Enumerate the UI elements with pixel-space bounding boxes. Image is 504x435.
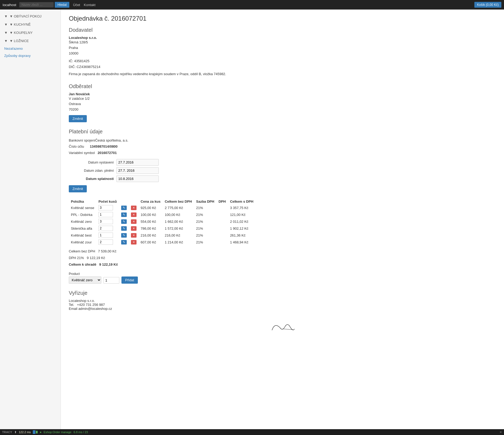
total-with-vat-value: 9 122,19 Kč xyxy=(99,262,118,266)
payment-tax-label: Datum zdan. plnění xyxy=(69,169,116,173)
sidebar: ▼ ▼ OBÝVACÍ POKOJ ▼ ▼ KUCHYNĚ ▼ ▼ KOUPEL… xyxy=(0,10,61,435)
add-product-select[interactable]: Květináč zeroKvětináč sensePPL - Dobírka… xyxy=(69,277,101,284)
item-delete-cell[interactable]: ✕ xyxy=(129,225,139,232)
tracy-close-button[interactable]: ✕ xyxy=(500,431,502,434)
table-row: Sklenička alfa ✎ ✕ 786,00 Kč 1 572,00 Kč… xyxy=(69,225,256,232)
item-vat-rate: 21% xyxy=(194,218,216,225)
bar-blue xyxy=(33,430,35,434)
sidebar-item-loznice[interactable]: ▼ ▼ LOŽNICE xyxy=(0,37,61,45)
col-without-vat: Celkem bez DPH xyxy=(163,199,194,204)
item-edit-cell[interactable]: ✎ xyxy=(119,218,129,225)
sidebar-item-koupelny[interactable]: ▼ ▼ KOUPELNY xyxy=(0,29,61,37)
nav-contact-link[interactable]: Kontakt xyxy=(84,3,96,7)
payment-issued-input[interactable] xyxy=(116,159,159,166)
payment-tax-input[interactable] xyxy=(116,167,159,174)
item-qty[interactable] xyxy=(96,211,119,218)
item-delete-cell[interactable]: ✕ xyxy=(129,204,139,211)
item-delete-button[interactable]: ✕ xyxy=(131,212,137,217)
total-without-vat-label: Celkem bez DPH xyxy=(69,249,95,253)
item-without-vat: 1 214,00 Kč xyxy=(163,239,194,246)
item-delete-cell[interactable]: ✕ xyxy=(129,211,139,218)
item-without-vat: 216,00 Kč xyxy=(163,232,194,239)
bar-green xyxy=(36,431,38,433)
payment-change-wrap: Změnit xyxy=(69,185,496,192)
item-without-vat: 100,00 Kč xyxy=(163,211,194,218)
col-delete xyxy=(129,199,139,204)
item-delete-button[interactable]: ✕ xyxy=(131,206,137,210)
item-qty[interactable] xyxy=(96,239,119,246)
add-qty-input[interactable] xyxy=(103,277,119,284)
payment-issued-label: Datum vystavení xyxy=(69,160,116,164)
item-delete-cell[interactable]: ✕ xyxy=(129,239,139,246)
payment-change-button[interactable]: Změnit xyxy=(69,185,87,192)
item-unit-price: 554,00 Kč xyxy=(139,218,163,225)
table-row: Květináč best ✎ ✕ 216,00 Kč 216,00 Kč 21… xyxy=(69,232,256,239)
item-edit-cell[interactable]: ✎ xyxy=(119,239,129,246)
payment-due-row: Datum splatnosti xyxy=(69,175,496,182)
total-vat: DPH 21% 9 122,19 Kč xyxy=(69,255,496,261)
item-edit-button[interactable]: ✎ xyxy=(121,212,127,217)
col-item: Položka xyxy=(69,199,96,204)
dispatch-tel-label: Tel. xyxy=(69,303,74,307)
payment-issued-row: Datum vystavení xyxy=(69,159,496,166)
item-delete-button[interactable]: ✕ xyxy=(131,219,137,224)
payment-var-label: Variabilní symbol xyxy=(69,151,95,155)
item-edit-cell[interactable]: ✎ xyxy=(119,225,129,232)
sidebar-link-nezarazeno[interactable]: Nezařazeno xyxy=(0,45,61,52)
total-with-vat-label: Celkem k úhradě xyxy=(69,262,96,266)
col-unit-price: Cena za kus xyxy=(139,199,163,204)
customer-change-wrap: Změnit xyxy=(69,115,496,122)
sidebar-link-zpusoby-dopravy[interactable]: Způsoby dopravy xyxy=(0,52,61,59)
item-vat-empty xyxy=(216,225,228,232)
item-edit-cell[interactable]: ✎ xyxy=(119,204,129,211)
supplier-zip: 10000 xyxy=(69,51,496,56)
sidebar-item-kuchyne[interactable]: ▼ ▼ KUCHYNĚ xyxy=(0,20,61,29)
customer-street: V zatáčce 1/2 xyxy=(69,96,496,102)
payment-due-input[interactable] xyxy=(116,175,159,182)
item-edit-button[interactable]: ✎ xyxy=(121,226,127,231)
item-qty[interactable] xyxy=(96,218,119,225)
page-wrap: ▼ ▼ OBÝVACÍ POKOJ ▼ ▼ KUCHYNĚ ▼ ▼ KOUPEL… xyxy=(0,10,504,435)
items-table-header: Položka Počet kusů Cena za kus Celkem be… xyxy=(69,199,256,204)
item-delete-button[interactable]: ✕ xyxy=(131,226,137,231)
cart-button[interactable]: Košík (0,00 Kč) xyxy=(474,2,501,8)
search-input[interactable] xyxy=(19,2,54,7)
item-delete-button[interactable]: ✕ xyxy=(131,240,137,244)
item-qty[interactable] xyxy=(96,232,119,239)
db-icon: ● xyxy=(40,431,42,434)
item-without-vat: 2 775,00 Kč xyxy=(163,204,194,211)
payment-account-row: Číslo účtu 1345987014/0800 xyxy=(69,143,496,149)
item-qty[interactable] xyxy=(96,204,119,211)
item-edit-button[interactable]: ✎ xyxy=(121,240,127,244)
table-row: Květináč zour ✎ ✕ 607,00 Kč 1 214,00 Kč … xyxy=(69,239,256,246)
customer-change-button[interactable]: Změnit xyxy=(69,115,87,122)
item-vat-empty xyxy=(216,204,228,211)
item-name: Květináč zero xyxy=(69,218,96,225)
brand-link[interactable]: localhost xyxy=(3,3,16,7)
item-edit-button[interactable]: ✎ xyxy=(121,233,127,238)
item-edit-cell[interactable]: ✎ xyxy=(119,211,129,218)
nav-account-link[interactable]: Účet xyxy=(73,3,80,7)
item-edit-button[interactable]: ✎ xyxy=(121,206,127,210)
item-vat-empty xyxy=(216,232,228,239)
payment-bank-info: Bankovní spojeníČeská spořitelna, a.s. Č… xyxy=(69,137,496,156)
item-edit-button[interactable]: ✎ xyxy=(121,219,127,224)
customer-heading: Odběratel xyxy=(69,83,496,89)
supplier-street: Šikmá 128/5 xyxy=(69,40,496,45)
dispatch-email-label: Email xyxy=(69,307,78,311)
supplier-section: Dodavatel Localeshop s.r.o. Šikmá 128/5 … xyxy=(69,27,496,77)
customer-address: V zatáčce 1/2 Ostrava 70200 xyxy=(69,96,496,112)
item-delete-cell[interactable]: ✕ xyxy=(129,232,139,239)
item-name: Květináč zour xyxy=(69,239,96,246)
sidebar-item-obyvaci-pokoj[interactable]: ▼ ▼ OBÝVACÍ POKOJ xyxy=(0,12,61,20)
payment-bank-row: Bankovní spojeníČeská spořitelna, a.s. xyxy=(69,137,496,143)
item-delete-cell[interactable]: ✕ xyxy=(129,218,139,225)
item-qty[interactable] xyxy=(96,225,119,232)
add-product-button[interactable]: Přidat xyxy=(121,277,138,284)
item-edit-cell[interactable]: ✎ xyxy=(119,232,129,239)
item-delete-button[interactable]: ✕ xyxy=(131,233,137,238)
search-button[interactable]: Hledat xyxy=(55,2,69,8)
item-with-vat: 2 011,02 Kč xyxy=(228,218,255,225)
col-vat-label: DPH xyxy=(216,199,228,204)
supplier-note: Firma je zapsaná do obchodního rejstříku… xyxy=(69,71,496,77)
